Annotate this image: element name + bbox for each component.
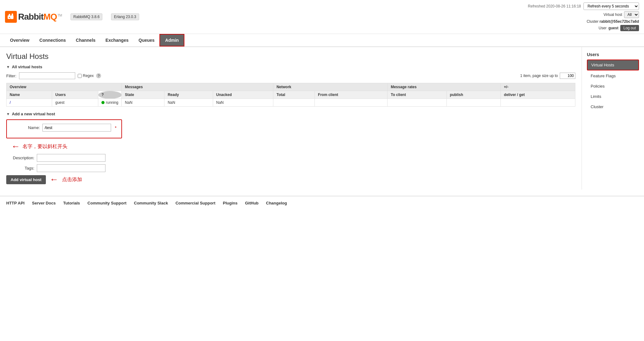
add-collapse-triangle[interactable]: ▼ [6,112,10,116]
annotation1: ← 名字，要以斜杠开头 [11,142,67,151]
col-deliver-get: deliver / get [501,91,575,99]
footer-link-commercial-support[interactable]: Commercial Support [175,201,215,205]
cell-extra [501,99,575,107]
items-info: 1 item, page size up to [520,74,558,78]
sidebar-item-label-limits: Limits [591,94,601,99]
footer-link-changelog[interactable]: Changelog [266,201,287,205]
main-layout: Virtual Hosts ▼ All virtual hosts Filter… [0,47,644,190]
nav-item-exchanges[interactable]: Exchanges [100,35,134,46]
page-title: Virtual Hosts [6,52,575,61]
col-from-client: From client [315,91,388,99]
description-input[interactable] [37,154,105,162]
add-form-area: Name: * ← 名字，要以斜杠开头 [6,119,575,185]
logo-icon [5,11,17,23]
sidebar-item-label-policies: Policies [591,84,605,89]
footer-link-community-support[interactable]: Community Support [87,201,126,205]
regex-label: Regex [78,74,94,78]
name-input[interactable] [42,124,111,132]
nav-item-connections[interactable]: Connections [34,35,71,46]
refresh-select[interactable]: No refreshRefresh every 5 secondsRefresh… [583,2,639,10]
filter-right: 1 item, page size up to [520,73,575,79]
footer-link-plugins[interactable]: Plugins [223,201,237,205]
cluster-value: rabbit@55ec72bc7a6d [600,19,639,24]
logo-area: RabbitMQTM RabbitMQ 3.8.6 Erlang 23.0.3 [5,11,528,23]
cell-deliver-get [446,99,500,107]
help-icon[interactable]: ? [96,73,101,78]
cell-name[interactable]: / [7,99,52,107]
sidebar-item-label-virtual-hosts: Virtual Hosts [591,63,614,67]
cell-from-client [273,99,315,107]
tags-row: Tags: [6,164,122,172]
footer-link-community-slack[interactable]: Community Slack [134,201,168,205]
cell-to-client [315,99,388,107]
sidebar-item-policies[interactable]: Policies [587,81,639,91]
cell-users: guest [52,99,98,107]
svg-rect-2 [9,14,10,16]
state-dot [101,101,105,104]
sidebar-item-cluster[interactable]: Cluster [587,102,639,112]
page-size-input[interactable] [560,73,575,79]
col-to-client: To client [388,91,446,99]
name-row: Name: * [12,124,116,132]
user-row: User guest Log out [599,25,639,31]
annotation2-text: 点击添加 [62,176,82,183]
tags-label: Tags: [6,166,34,170]
nav-item-overview[interactable]: Overview [5,35,34,46]
sidebar-item-limits[interactable]: Limits [587,92,639,101]
col-unacked: Unacked [213,91,273,99]
sidebar-item-feature-flags[interactable]: Feature Flags [587,71,639,81]
filter-row: Filter: Regex ? 1 item, page size up to [6,72,575,79]
header: RabbitMQTM RabbitMQ 3.8.6 Erlang 23.0.3 … [0,0,644,34]
refreshed-timestamp: Refreshed 2020-08-26 11:16:18 [528,4,581,8]
add-section-header: ▼ Add a new virtual host [6,112,575,116]
nav-item-queues[interactable]: Queues [134,35,159,46]
collapse-triangle[interactable]: ▼ [6,65,10,69]
footer-link-server-docs[interactable]: Server Docs [32,201,56,205]
footer-link-tutorials[interactable]: Tutorials [63,201,80,205]
regex-checkbox[interactable] [78,74,82,78]
logo: RabbitMQTM [5,11,62,23]
user-value: guest [608,26,618,30]
virtual-host-select[interactable]: All [624,11,639,18]
footer-link-github[interactable]: GitHub [245,201,258,205]
footer-link-http-api[interactable]: HTTP API [6,201,25,205]
sidebar-item-label-cluster: Cluster [591,104,603,109]
add-virtual-host-section: ▼ Add a new virtual host Name: * [6,112,575,185]
cluster-row: Cluster rabbit@55ec72bc7a6d [587,19,639,24]
add-section-title: Add a new virtual host [12,112,55,116]
table-group-overview: Overview [7,83,122,91]
nav-item-channels[interactable]: Channels [71,35,100,46]
name-label: Name: [12,125,40,130]
table-group-message-rates: Message rates [388,83,501,91]
user-label: User [599,26,607,30]
sidebar-item-virtual-hosts[interactable]: Virtual Hosts [587,60,639,70]
erlang-version-badge: Erlang 23.0.3 [111,13,139,20]
all-virtual-hosts-section-header: ▼ All virtual hosts [6,65,575,69]
section-title: All virtual hosts [12,65,42,69]
annotation1-row: ← 名字，要以斜杠开头 [6,142,122,151]
cell-state: running [98,99,122,107]
col-publish: publish [446,91,500,99]
virtual-host-label: Virtual host [603,12,622,17]
col-users: Users [52,91,98,99]
svg-point-4 [9,17,10,18]
add-virtual-host-button[interactable]: Add virtual host [6,175,46,184]
nav-item-admin[interactable]: Admin [159,34,184,46]
footer: HTTP API Server Docs Tutorials Community… [0,196,644,210]
sidebar-title: Users [587,52,639,57]
filter-label: Filter: [6,74,17,78]
description-row: Description: [6,154,122,162]
vhost-row: Virtual host All [603,11,639,18]
table-group-messages: Messages [122,83,273,91]
header-right: Refreshed 2020-08-26 11:16:18 No refresh… [528,2,639,31]
admin-sidebar: Users Virtual Hosts Feature Flags Polici… [582,47,644,190]
tags-input[interactable] [37,164,105,172]
submit-row: Add virtual host ← 点击添加 [6,175,122,185]
logout-button[interactable]: Log out [620,25,639,31]
col-users-help[interactable]: ? [98,91,122,99]
col-name: Name [7,91,52,99]
main-content: Virtual Hosts ▼ All virtual hosts Filter… [0,47,582,190]
regex-text: Regex [83,74,94,78]
table-group-plusminus[interactable]: +/- [501,83,575,91]
filter-input[interactable] [19,72,75,79]
